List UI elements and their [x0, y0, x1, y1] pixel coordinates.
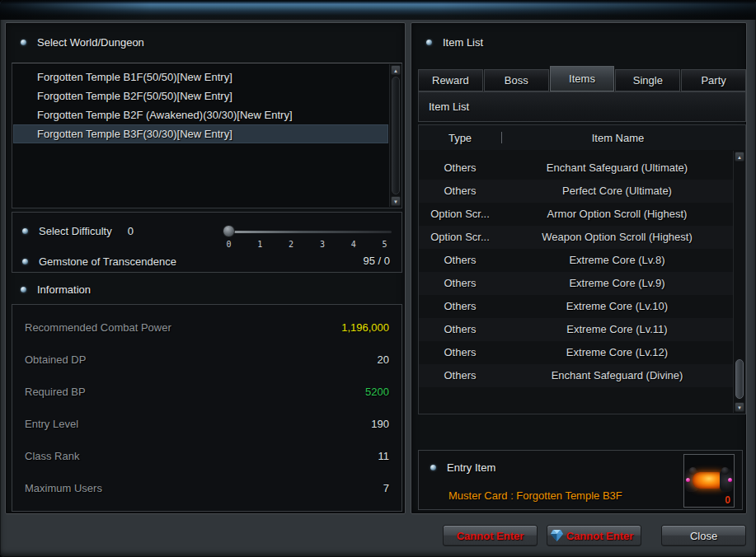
item-name-cell: Enchant Safeguard (Divine): [501, 364, 733, 387]
information-row-value: 190: [371, 418, 389, 430]
gemstone-label: Gemstone of Transcendence: [39, 255, 176, 268]
muster-card-icon: [687, 469, 731, 492]
item-list-panel: Item List Reward Boss Items Single Party…: [411, 22, 747, 514]
dungeon-list-scrollbar[interactable]: ▲ ▼: [389, 64, 401, 207]
scroll-down-icon[interactable]: ▼: [391, 196, 401, 206]
item-table-row[interactable]: Option Scr... Weapon Option Scroll (High…: [419, 226, 733, 249]
item-table-scrollbar[interactable]: ▲ ▼: [733, 151, 744, 413]
dungeon-list-item[interactable]: Forgotten Temple B1F(50/50)[New Entry]: [13, 68, 388, 87]
information-row-value: 11: [378, 450, 390, 462]
close-button[interactable]: Close: [661, 525, 746, 546]
scroll-up-icon[interactable]: ▲: [391, 65, 401, 75]
bullet-icon: [426, 40, 432, 45]
entry-item-count: 0: [725, 494, 730, 506]
bullet-icon: [22, 228, 28, 234]
item-table-row[interactable]: Others Extreme Core (Lv.8): [419, 249, 733, 272]
item-name-cell: Enchant Safeguard (Ultimate): [501, 157, 733, 180]
slider-handle[interactable]: [223, 225, 235, 237]
scroll-down-icon[interactable]: ▼: [735, 402, 744, 412]
information-row: Recommended Combat Power 1,196,000: [12, 321, 401, 334]
information-row-label: Required BP: [25, 386, 86, 398]
item-type-cell: Others: [419, 364, 501, 387]
scrollbar-thumb[interactable]: [392, 77, 400, 194]
information-row-value: 7: [383, 482, 389, 494]
item-type-cell: Option Scr...: [419, 203, 501, 226]
slider-tick-label: 1: [256, 240, 265, 249]
entry-item-label: Entry Item: [447, 461, 495, 474]
item-type-cell: Others: [419, 341, 501, 364]
close-button-label: Close: [690, 530, 717, 542]
item-table-row[interactable]: Others Extreme Core (Lv.11): [419, 318, 733, 341]
bullet-icon: [21, 287, 26, 293]
item-table-row[interactable]: Others Extreme Core (Lv.12): [419, 341, 733, 364]
difficulty-slider[interactable]: 012345: [217, 222, 395, 254]
information-box: Recommended Combat Power 1,196,000 Obtai…: [12, 304, 402, 512]
information-label: Information: [37, 283, 91, 296]
item-name-column-header: Item Name: [502, 132, 745, 144]
item-table-row[interactable]: Others Extreme Core (Lv.9): [419, 272, 733, 295]
information-row-label: Obtained DP: [25, 353, 86, 366]
dungeon-list: Forgotten Temple B1F(50/50)[New Entry] F…: [12, 63, 402, 208]
item-tab[interactable]: Party: [681, 69, 746, 91]
select-world-dungeon-label: Select World/Dungeon: [37, 36, 144, 49]
dungeon-entry-window: Select World/Dungeon Forgotten Temple B1…: [0, 0, 756, 557]
information-row: Maximum Users 7: [12, 482, 401, 494]
item-type-cell: Others: [419, 157, 501, 180]
entry-item-slot: 0: [683, 454, 735, 508]
item-type-cell: Others: [419, 318, 501, 341]
difficulty-box: Select Difficulty 0 012345 Gemstone of T…: [12, 212, 402, 273]
scrollbar-thumb[interactable]: [735, 359, 744, 399]
information-row: Required BP 5200: [12, 386, 401, 398]
item-table: Type Item Name Others Enchant Safeguard …: [418, 124, 746, 414]
scroll-up-icon[interactable]: ▲: [735, 152, 744, 161]
information-row-value: 20: [378, 353, 389, 366]
item-type-cell: Others: [419, 180, 501, 203]
window-title-bar: [0, 0, 756, 20]
gemstone-value: 95 / 0: [363, 252, 390, 270]
bullet-icon: [21, 40, 26, 45]
gem-enter-button[interactable]: Cannot Enter: [547, 525, 641, 546]
gem-enter-button-label: Cannot Enter: [566, 530, 634, 542]
enter-button[interactable]: Cannot Enter: [443, 525, 538, 546]
world-dungeon-panel: Select World/Dungeon Forgotten Temple B1…: [5, 22, 406, 514]
bullet-icon: [430, 465, 436, 470]
entry-item-name: Muster Card : Forgotten Temple B3F: [448, 489, 622, 502]
information-row: Obtained DP 20: [12, 353, 401, 366]
item-tab[interactable]: Boss: [484, 69, 549, 91]
information-header: Information: [21, 283, 91, 296]
item-type-cell: Option Scr...: [419, 226, 501, 249]
item-name-cell: Armor Option Scroll (Highest): [501, 203, 733, 226]
information-row-label: Entry Level: [25, 418, 78, 430]
information-row-label: Class Rank: [25, 450, 79, 462]
slider-tick-label: 5: [380, 240, 389, 249]
dungeon-list-item[interactable]: Forgotten Temple B2F(50/50)[New Entry]: [13, 87, 388, 105]
information-row: Entry Level 190: [12, 418, 401, 430]
item-tab[interactable]: Reward: [418, 69, 483, 91]
slider-track[interactable]: [228, 231, 392, 233]
item-tab[interactable]: Items: [550, 66, 615, 91]
item-type-cell: Others: [419, 272, 501, 295]
slider-ticks: 012345: [224, 240, 389, 249]
dungeon-list-item[interactable]: Forgotten Temple B3F(30/30)[New Entry]: [13, 124, 388, 143]
bullet-icon: [22, 259, 28, 264]
item-table-row[interactable]: Others Enchant Safeguard (Divine): [419, 364, 733, 387]
slider-tick-label: 4: [349, 240, 358, 249]
gemstone-row: Gemstone of Transcendence: [22, 252, 176, 270]
slider-tick-label: 0: [224, 240, 233, 249]
entry-item-box: Entry Item Muster Card : Forgotten Templ…: [418, 450, 743, 510]
item-name-cell: Extreme Core (Lv.10): [501, 295, 733, 318]
item-table-row[interactable]: Others Perfect Core (Ultimate): [419, 180, 733, 203]
item-table-row[interactable]: Option Scr... Armor Option Scroll (Highe…: [419, 203, 733, 226]
item-list-subheader: Item List: [418, 91, 746, 122]
slider-tick-label: 2: [287, 240, 296, 249]
select-world-dungeon-header: Select World/Dungeon: [21, 36, 144, 49]
dungeon-list-item[interactable]: Forgotten Temple B2F (Awakened)(30/30)[N…: [13, 105, 388, 124]
item-tab[interactable]: Single: [615, 69, 680, 91]
item-name-cell: Extreme Core (Lv.11): [501, 318, 733, 341]
item-type-cell: Others: [419, 249, 501, 272]
gem-icon: [550, 529, 564, 542]
information-row-label: Maximum Users: [25, 482, 102, 494]
enter-button-label: Cannot Enter: [457, 530, 524, 542]
item-table-row[interactable]: Others Extreme Core (Lv.10): [419, 295, 733, 318]
item-table-row[interactable]: Others Enchant Safeguard (Ultimate): [419, 157, 733, 180]
